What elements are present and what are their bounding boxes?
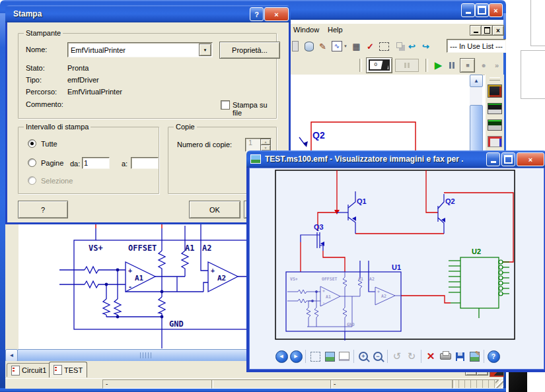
record-button[interactable]: ● (477, 58, 490, 72)
hscroll-thumb[interactable] (17, 349, 273, 362)
print-dialog-titlebar[interactable]: Stampa ? × (5, 5, 291, 22)
edit-button[interactable]: ✎ (467, 348, 482, 364)
menu-item-window[interactable]: Window (293, 26, 319, 34)
previous-image-button[interactable]: ◀ (274, 348, 289, 364)
workspace-offset-label: OFFSET (128, 244, 157, 253)
range-all-radio[interactable] (28, 139, 36, 148)
print-to-file-checkbox[interactable] (221, 100, 230, 110)
workspace-gnd-label: GND (169, 319, 184, 329)
viewer-titlebar[interactable]: TEST.ms100.emf - Visualizzatore immagini… (246, 150, 545, 168)
combo-dropdown-icon: ▼ (203, 48, 207, 52)
mdi-minimize-button[interactable] (470, 25, 482, 36)
erc-check-icon: ✓ (367, 42, 374, 51)
mdi-restore-button[interactable] (481, 25, 493, 36)
resize-grip[interactable] (495, 380, 503, 388)
database-button[interactable] (302, 40, 316, 53)
in-use-list-label: --- In Use List --- (450, 42, 503, 50)
viewer-close-button[interactable]: × (517, 152, 544, 166)
zoom-in-button[interactable]: + (356, 348, 371, 364)
pause-button[interactable] (445, 58, 458, 72)
slideshow-button[interactable] (337, 348, 351, 364)
multimeter-icon[interactable] (488, 84, 502, 98)
pages-to-input[interactable] (131, 157, 159, 169)
delete-button[interactable]: ✕ (423, 348, 438, 364)
mdi-close-button[interactable]: × (492, 25, 504, 36)
print-dialog-close-button[interactable]: × (264, 7, 289, 21)
scroll-left-icon: ◄ (9, 352, 15, 358)
erc-button[interactable]: ✓ (363, 40, 377, 53)
copies-spinner[interactable]: 1 ▲ ▼ (245, 138, 272, 152)
run-button[interactable]: ▶ (432, 58, 445, 72)
print-to-file-label: Stampa su file (233, 101, 276, 117)
component-wizard-button[interactable]: ✎ (316, 40, 330, 53)
grapher-button[interactable]: ∿▼ (330, 40, 349, 53)
best-fit-button[interactable] (308, 348, 322, 364)
close-icon: × (493, 7, 497, 15)
ok-button-label: OK (209, 206, 220, 214)
stop-button[interactable]: ■ (460, 58, 475, 73)
actual-size-button[interactable] (322, 348, 337, 364)
function-generator-icon[interactable] (488, 103, 502, 114)
rotate-left-button[interactable]: ↺ (390, 348, 404, 364)
printer-comment-label: Commento: (26, 100, 63, 108)
best-fit-icon (310, 352, 320, 362)
toolbar-separator3 (387, 350, 388, 363)
zoom-out-button[interactable]: − (371, 348, 385, 364)
rocker-switch-icon: 0 (369, 59, 390, 71)
viewer-minimize-button[interactable] (486, 152, 500, 166)
viewer-u2-label: U2 (472, 247, 481, 255)
rotate-right-button[interactable]: ↻ (404, 348, 419, 364)
viewer-plus1: + (322, 288, 325, 294)
viewer-offset-label: OFFSET (322, 277, 338, 282)
step-icon: » (495, 61, 499, 69)
postprocessor-button[interactable]: ▦ (349, 40, 363, 53)
grapher-icon: ∿ (332, 41, 342, 51)
bode-plotter-icon[interactable] (488, 136, 502, 147)
step-button[interactable]: » (490, 58, 503, 72)
toolbar-separator2 (425, 59, 428, 72)
scroll-up-button[interactable]: ▲ (470, 75, 483, 87)
viewer-help-button[interactable]: ? (486, 348, 501, 364)
printer-name-combo[interactable]: EmfVirtualPrinter ▼ (67, 42, 213, 57)
main-maximize-button[interactable] (475, 3, 489, 17)
next-image-button[interactable]: ▶ (289, 348, 303, 364)
scroll-left-button[interactable]: ◄ (5, 349, 18, 362)
range-pages-radio[interactable] (28, 158, 36, 167)
rotate-right-icon: ↻ (408, 350, 416, 362)
selection-icon (379, 42, 389, 51)
viewer-maximize-button[interactable] (501, 152, 515, 166)
oscilloscope-icon[interactable] (488, 119, 502, 131)
workspace-a2-port-label: A2 (202, 244, 211, 253)
print-dialog-help-button[interactable]: ? (250, 7, 264, 21)
hierarchy-button[interactable] (391, 40, 405, 53)
area-select-button[interactable] (377, 40, 391, 53)
viewer-window: TEST.ms100.emf - Visualizzatore immagini… (246, 150, 545, 370)
save-button[interactable] (453, 348, 467, 364)
main-minimize-button[interactable] (461, 3, 475, 17)
range-selection-radio[interactable] (28, 176, 36, 185)
toolbar-separator4 (421, 350, 421, 363)
properties-button[interactable]: Proprietà... (219, 42, 280, 59)
pages-from-input[interactable] (82, 157, 110, 169)
back-annotate-button[interactable]: ↩ (405, 40, 419, 53)
zoom-in-icon: + (359, 352, 368, 361)
range-pages-label: Pagine (41, 159, 63, 167)
radio-dot (30, 142, 34, 145)
ok-button[interactable]: OK (189, 201, 240, 218)
menu-item-help[interactable]: Help (328, 26, 343, 34)
main-close-button[interactable]: × (489, 3, 503, 17)
tab-circuit1[interactable]: Circuit1 (7, 363, 51, 377)
viewer-maximize-icon (504, 155, 513, 164)
combo-dropdown-button[interactable]: ▼ (199, 44, 211, 56)
copies-count-label: Numero di copie: (177, 141, 232, 148)
dialog-help-button[interactable]: ? (18, 201, 68, 218)
viewer-q2-label: Q2 (445, 197, 455, 205)
simulate-switch-button[interactable]: 0 (366, 57, 392, 73)
pause-switch-button[interactable] (395, 59, 419, 72)
tab-test[interactable]: TEST (49, 362, 87, 377)
range-selection-label: Selezione (41, 177, 73, 185)
in-use-list-combo[interactable]: --- In Use List --- (447, 39, 506, 53)
printer-group: Stampante Nome: EmfVirtualPrinter ▼ Prop… (18, 33, 277, 119)
forward-annotate-button[interactable]: ↪ (419, 40, 433, 53)
print-button[interactable] (438, 348, 453, 364)
